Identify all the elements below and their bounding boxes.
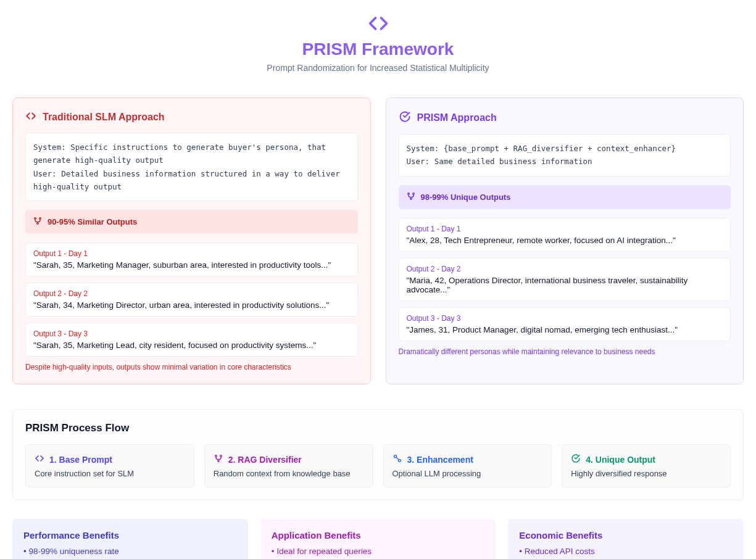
prism-note: Dramatically different personas while ma…: [399, 347, 731, 356]
traditional-panel: Traditional SLM Approach System: Specifi…: [12, 97, 371, 384]
output-label: Output 3 - Day 3: [407, 314, 723, 323]
output-card: Output 3 - Day 3 "James, 31, Product Man…: [399, 307, 731, 341]
traditional-note: Despite high-quality inputs, outputs sho…: [25, 363, 358, 371]
output-card: Output 1 - Day 1 "Sarah, 35, Marketing M…: [25, 242, 358, 276]
output-label: Output 2 - Day 2: [33, 289, 350, 298]
flow-step-4: 4. Unique Output Highly diversified resp…: [562, 444, 731, 487]
output-text: "Sarah, 34, Marketing Director, urban ar…: [33, 300, 350, 310]
code-line: User: Same detailed business information: [407, 155, 723, 168]
output-text: "James, 31, Product Manager, digital nom…: [407, 325, 723, 334]
similarity-text: 98-99% Unique Outputs: [421, 193, 511, 202]
flow-step-label: 4. Unique Output: [586, 455, 655, 465]
flow-step-head: 1. Base Prompt: [35, 453, 185, 465]
code-icon: [367, 12, 389, 35]
output-label: Output 1 - Day 1: [407, 225, 723, 233]
code-icon: [35, 453, 44, 465]
flow-step-label: 2. RAG Diversifier: [228, 455, 302, 465]
benefit-item: • Ideal for repeated queries: [272, 547, 485, 556]
benefit-title: Performance Benefits: [23, 530, 237, 540]
page-header: PRISM Framework Prompt Randomization for…: [12, 12, 744, 73]
output-card: Output 1 - Day 1 "Alex, 28, Tech Entrepr…: [399, 218, 731, 252]
flow-step-desc: Core instruction set for SLM: [35, 469, 185, 478]
flow-step-desc: Highly diversified response: [571, 469, 721, 478]
page-subtitle: Prompt Randomization for Increased Stati…: [12, 63, 744, 73]
flow-step-head: 2. RAG Diversifier: [214, 453, 364, 465]
output-text: "Maria, 42, Operations Director, interna…: [407, 276, 723, 294]
benefit-performance: Performance Benefits • 98-99% uniqueness…: [12, 519, 248, 559]
similarity-text: 90-95% Similar Outputs: [48, 217, 137, 226]
output-label: Output 1 - Day 1: [33, 249, 350, 258]
flow-step-1: 1. Base Prompt Core instruction set for …: [25, 444, 194, 487]
traditional-title: Traditional SLM Approach: [43, 112, 165, 123]
code-icon: [25, 110, 36, 124]
output-card: Output 2 - Day 2 "Sarah, 34, Marketing D…: [25, 283, 358, 317]
output-text: "Sarah, 35, Marketing Manager, suburban …: [33, 260, 350, 270]
flow-title: PRISM Process Flow: [25, 422, 731, 434]
flow-step-head: 4. Unique Output: [571, 453, 721, 465]
benefit-item: • 98-99% uniqueness rate: [23, 547, 237, 556]
flow-grid: 1. Base Prompt Core instruction set for …: [25, 444, 731, 487]
page-title: PRISM Framework: [12, 39, 744, 59]
prism-code: System: {base_prompt + RAG_diversifier +…: [399, 134, 731, 176]
output-label: Output 3 - Day 3: [33, 329, 350, 338]
code-line: System: Specific instructions to generat…: [33, 141, 350, 167]
flow-step-desc: Random context from knowledge base: [214, 469, 364, 478]
link-icon: [393, 453, 402, 465]
flow-step-2: 2. RAG Diversifier Random context from k…: [204, 444, 373, 487]
flow-step-desc: Optional LLM processing: [393, 469, 543, 478]
prism-panel-head: PRISM Approach: [399, 110, 731, 125]
similarity-badge: 98-99% Unique Outputs: [399, 185, 731, 209]
prism-panel: PRISM Approach System: {base_prompt + RA…: [386, 97, 744, 384]
output-card: Output 2 - Day 2 "Maria, 42, Operations …: [399, 258, 731, 301]
flow-step-head: 3. Enhancement: [393, 453, 543, 465]
flow-step-label: 1. Base Prompt: [49, 455, 112, 465]
code-line: User: Detailed business information stru…: [33, 167, 350, 194]
output-text: "Sarah, 35, Marketing Lead, city residen…: [33, 341, 350, 350]
branch-icon: [33, 216, 43, 228]
traditional-code: System: Specific instructions to generat…: [25, 133, 358, 201]
branch-icon: [214, 453, 223, 465]
process-flow-section: PRISM Process Flow 1. Base Prompt Core i…: [12, 409, 744, 500]
benefits-grid: Performance Benefits • 98-99% uniqueness…: [12, 519, 744, 559]
flow-step-3: 3. Enhancement Optional LLM processing: [383, 444, 552, 487]
benefit-item: • Reduced API costs: [519, 547, 733, 556]
code-line: System: {base_prompt + RAG_diversifier +…: [407, 142, 723, 155]
similarity-badge: 90-95% Similar Outputs: [25, 210, 358, 234]
benefit-title: Economic Benefits: [519, 530, 733, 540]
traditional-panel-head: Traditional SLM Approach: [25, 110, 358, 124]
output-text: "Alex, 28, Tech Entrepreneur, remote wor…: [407, 236, 723, 245]
check-circle-icon: [399, 110, 411, 125]
branch-icon: [406, 191, 416, 203]
check-circle-icon: [571, 453, 581, 465]
benefit-economic: Economic Benefits • Reduced API costs • …: [508, 519, 744, 559]
output-label: Output 2 - Day 2: [407, 265, 723, 273]
benefit-title: Application Benefits: [272, 530, 485, 540]
output-card: Output 3 - Day 3 "Sarah, 35, Marketing L…: [25, 323, 358, 357]
prism-title: PRISM Approach: [417, 112, 497, 123]
benefit-application: Application Benefits • Ideal for repeate…: [260, 519, 496, 559]
flow-step-label: 3. Enhancement: [407, 455, 473, 465]
comparison-grid: Traditional SLM Approach System: Specifi…: [12, 97, 744, 384]
